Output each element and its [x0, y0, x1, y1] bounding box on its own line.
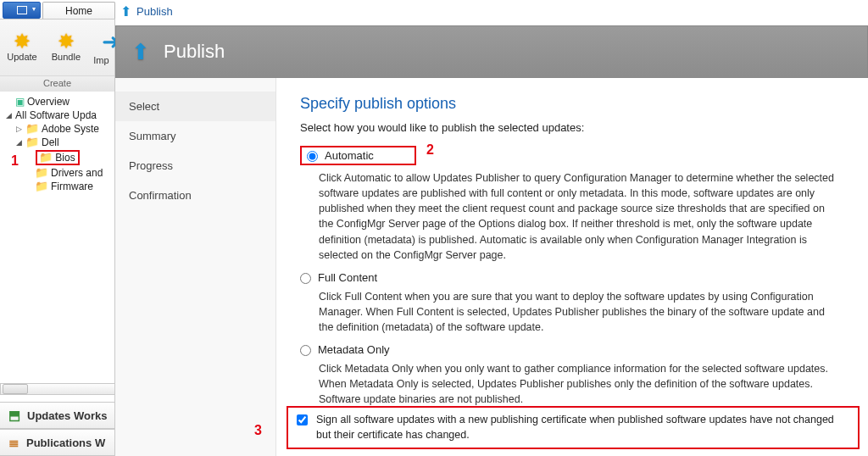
sign-updates-block: Sign all software updates with a new pub…	[287, 406, 860, 449]
nav-label: Publications W	[26, 437, 105, 449]
metadata-only-description: Click Metadata Only when you only want t…	[319, 361, 841, 407]
wizard-steps-nav: Select Summary Progress Confirmation	[115, 78, 276, 456]
up-arrow-icon[interactable]: ⬆	[120, 3, 131, 19]
tree-label: Bios	[55, 152, 75, 164]
instruction-text: Select how you would like to publish the…	[300, 121, 841, 134]
bundle-label: Bundle	[52, 52, 81, 62]
tree-item-dell[interactable]: ◢ 📁 Dell	[2, 136, 113, 149]
section-title: Specify publish options	[300, 95, 841, 113]
tree-label: Dell	[42, 136, 59, 148]
automatic-description: Click Automatic to allow Updates Publish…	[319, 170, 841, 263]
tree-label: Firmware	[51, 181, 93, 192]
tree-label: Adobe Syste	[42, 123, 99, 135]
folder-icon: 📁	[35, 181, 48, 192]
annotation-3: 3	[254, 423, 262, 438]
radio-full-content[interactable]	[300, 273, 311, 284]
bundle-button[interactable]: ✸ Bundle	[44, 19, 88, 75]
tree-label: Drivers and	[51, 167, 103, 179]
tree-item-all-software-updates[interactable]: ◢ All Software Upda	[2, 108, 113, 122]
tree-label: Overview	[27, 96, 70, 108]
radio-metadata-only-label: Metadata Only	[318, 343, 390, 356]
ribbon: ✸ Update ✸ Bundle Imp Create	[0, 19, 115, 92]
folder-icon: 📁	[25, 137, 39, 147]
tab-home[interactable]: Home	[42, 2, 115, 19]
navigation-tree-panel: ▣ Overview ◢ All Software Upda ▷ 📁 Adobe…	[0, 92, 115, 456]
nav-updates-workspace[interactable]: ⬒ Updates Works	[0, 402, 115, 429]
breadcrumb-label: Publish	[136, 5, 173, 18]
annotation-2: 2	[426, 142, 434, 158]
wizard-step-progress[interactable]: Progress	[115, 151, 275, 181]
wizard-step-select[interactable]: Select	[115, 92, 275, 121]
update-label: Update	[7, 52, 36, 62]
tree-item-overview[interactable]: ▣ Overview	[2, 95, 113, 108]
tree-item-firmware[interactable]: 📁 Firmware	[2, 180, 113, 193]
folder-icon: 📁	[25, 124, 39, 134]
full-content-description: Click Full Content when you are sure tha…	[319, 289, 841, 335]
nav-label: Updates Works	[27, 409, 107, 422]
ribbon-group-label: Create	[0, 75, 114, 92]
radio-metadata-only[interactable]	[300, 345, 311, 356]
updates-icon: ⬒	[8, 408, 20, 423]
breadcrumb: ⬆ Publish	[120, 3, 173, 19]
star-icon: ✸	[58, 33, 75, 50]
radio-automatic[interactable]	[307, 151, 318, 162]
nav-publications-workspace[interactable]: ≣ Publications W	[0, 429, 115, 456]
app-menu-button[interactable]	[3, 2, 41, 19]
page-title: Publish	[164, 41, 225, 63]
radio-automatic-label: Automatic	[325, 149, 374, 162]
update-button[interactable]: ✸ Update	[0, 19, 44, 75]
wizard-step-summary[interactable]: Summary	[115, 121, 275, 151]
publish-arrow-icon: ⬆	[131, 39, 150, 65]
radio-full-content-label: Full Content	[318, 271, 377, 284]
main-content: Specify publish options Select how you w…	[276, 78, 865, 456]
folder-icon: 📁	[35, 168, 48, 178]
wizard-step-confirmation[interactable]: Confirmation	[115, 181, 275, 210]
tree-label: All Software Upda	[15, 109, 97, 121]
page-banner: ⬆ Publish	[115, 25, 868, 78]
star-icon: ✸	[14, 33, 31, 50]
import-label: Imp	[93, 55, 108, 65]
overview-icon: ▣	[15, 96, 25, 108]
publications-icon: ≣	[8, 435, 19, 450]
tree-item-adobe[interactable]: ▷ 📁 Adobe Syste	[2, 122, 113, 136]
folder-icon: 📁	[39, 151, 53, 164]
checkbox-sign-updates[interactable]	[297, 414, 308, 425]
annotation-1: 1	[11, 153, 19, 169]
sign-updates-text: Sign all software updates with a new pub…	[316, 413, 849, 442]
horizontal-scrollbar[interactable]	[0, 383, 115, 395]
